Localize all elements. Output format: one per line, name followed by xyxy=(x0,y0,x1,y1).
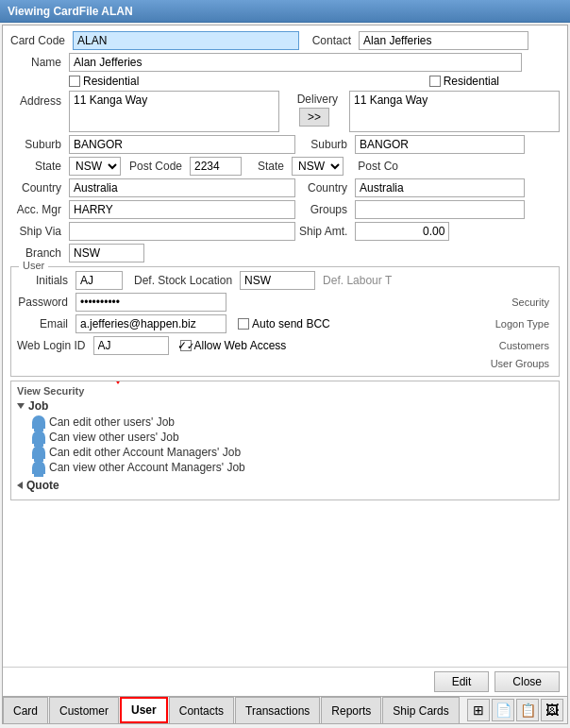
residential-left-label: Residential xyxy=(83,75,139,88)
web-login-row: Web Login ID ✓ Allow Web Access Customer… xyxy=(17,336,553,355)
user-groups-label: User Groups xyxy=(491,358,553,369)
list-item: Can view other users' Job xyxy=(17,430,553,445)
tab-ship-cards[interactable]: Ship Cards xyxy=(382,697,459,723)
tab-user[interactable]: User xyxy=(120,697,168,723)
tab-icon-1[interactable]: ⊞ xyxy=(467,699,490,721)
job-arrow-icon xyxy=(17,403,25,409)
postcode-right-label: Post Co xyxy=(347,160,402,173)
list-item: Can edit other Account Managers' Job xyxy=(17,445,553,460)
initials-input[interactable] xyxy=(75,271,123,290)
user-icon xyxy=(32,461,45,474)
branch-input[interactable] xyxy=(69,244,144,262)
suburb-row: Suburb Suburb xyxy=(10,135,560,154)
branch-label: Branch xyxy=(10,246,65,260)
delivery-button[interactable]: >> xyxy=(299,108,329,127)
password-input[interactable] xyxy=(75,293,226,312)
window-title: Viewing CardFile ALAN xyxy=(8,5,133,18)
job-group-header[interactable]: Job xyxy=(17,399,553,413)
security-label: Security xyxy=(511,296,553,308)
tab-transactions[interactable]: Transactions xyxy=(235,697,320,723)
password-row: Password Security xyxy=(17,293,553,312)
quote-group-header[interactable]: Quote xyxy=(17,479,553,492)
allow-web-checkbox[interactable]: ✓ xyxy=(180,340,192,351)
password-label: Password xyxy=(17,296,72,309)
residential-right-label: Residential xyxy=(444,75,499,88)
ship-amt-input[interactable] xyxy=(355,222,449,241)
address-row: Address 11 Kanga Way Delivery >> 11 Kang… xyxy=(10,91,560,132)
card-code-input[interactable] xyxy=(73,31,299,50)
auto-bcc-group: Auto send BCC xyxy=(238,317,330,330)
initials-label: Initials xyxy=(17,274,72,287)
email-row: Email Auto send BCC Logon Type xyxy=(17,314,553,333)
state-row: State NSW Post Code State NSW Post Co xyxy=(10,157,560,176)
name-input[interactable] xyxy=(69,53,522,72)
tab-card[interactable]: Card xyxy=(3,697,48,723)
ship-via-row: Ship Via Ship Amt. xyxy=(10,222,560,241)
residential-left-checkbox[interactable] xyxy=(69,76,80,87)
ship-amt-label: Ship Amt. xyxy=(299,225,351,238)
job-group-label: Job xyxy=(28,399,48,413)
suburb-input[interactable] xyxy=(69,135,295,154)
ship-via-input[interactable] xyxy=(69,222,295,241)
country-label: Country xyxy=(10,181,65,195)
tab-ship-cards-label: Ship Cards xyxy=(393,704,448,718)
user-icon xyxy=(32,446,45,459)
job-item-1: Can edit other users' Job xyxy=(49,415,175,429)
tab-reports[interactable]: Reports xyxy=(321,697,381,723)
web-login-input[interactable] xyxy=(93,336,169,355)
card-code-label: Card Code xyxy=(10,34,69,47)
user-groups-row: User Groups xyxy=(17,358,553,369)
auto-bcc-checkbox[interactable] xyxy=(238,318,249,330)
postcode-input[interactable] xyxy=(190,157,242,176)
state-right-select[interactable]: NSW xyxy=(292,157,344,176)
residential-right-group: Residential xyxy=(429,75,499,88)
def-stock-input[interactable] xyxy=(240,271,315,290)
postcode-label: Post Code xyxy=(125,160,186,173)
quote-group-label: Quote xyxy=(26,479,59,492)
tab-contacts[interactable]: Contacts xyxy=(169,697,234,723)
acc-mgr-label: Acc. Mgr xyxy=(10,203,65,216)
groups-input[interactable] xyxy=(355,200,525,219)
user-section-title: User xyxy=(19,260,48,271)
suburb-right-input[interactable] xyxy=(355,135,525,154)
state-select[interactable]: NSW xyxy=(69,157,121,176)
contact-input[interactable] xyxy=(359,31,528,50)
residential-row: Residential Residential xyxy=(10,75,560,88)
list-item: Can view other Account Managers' Job xyxy=(17,460,553,475)
groups-label: Groups xyxy=(299,203,351,216)
job-item-4: Can view other Account Managers' Job xyxy=(49,461,245,474)
initials-row: Initials Def. Stock Location Def. Labour… xyxy=(17,271,553,290)
list-item: Can edit other users' Job xyxy=(17,415,553,430)
email-input[interactable] xyxy=(75,314,226,333)
auto-bcc-label: Auto send BCC xyxy=(252,317,330,330)
country-right-input[interactable] xyxy=(355,178,525,197)
tab-icon-3[interactable]: 📋 xyxy=(516,699,539,721)
tab-card-label: Card xyxy=(13,704,38,718)
tab-icon-4[interactable]: 🖼 xyxy=(541,699,563,721)
state-right-label: State xyxy=(245,160,288,173)
def-labour-label: Def. Labour T xyxy=(319,274,404,287)
job-group: Job Can edit other users' Job Can view o… xyxy=(17,399,553,475)
state-label: State xyxy=(10,160,65,173)
user-icon xyxy=(32,415,45,429)
delivery-address-input[interactable]: 11 Kanga Way xyxy=(349,91,560,132)
address-input[interactable]: 11 Kanga Way xyxy=(69,91,279,132)
residential-right-checkbox[interactable] xyxy=(429,76,441,87)
tab-transactions-label: Transactions xyxy=(245,704,310,718)
allow-web-label: Allow Web Access xyxy=(194,339,287,352)
quote-arrow-icon xyxy=(17,482,23,489)
close-button[interactable]: Close xyxy=(495,671,560,692)
name-label: Name xyxy=(10,56,65,69)
tab-user-label: User xyxy=(131,703,157,717)
view-security-title: View Security xyxy=(17,385,553,397)
tab-bar: Card Customer User Contacts Transactions… xyxy=(3,696,567,723)
tab-customer[interactable]: Customer xyxy=(49,697,119,723)
country-input[interactable] xyxy=(69,178,295,197)
logon-type-label: Logon Type xyxy=(495,318,553,330)
tab-icon-2[interactable]: 📄 xyxy=(492,699,514,721)
quote-group: Quote xyxy=(17,479,553,492)
edit-button[interactable]: Edit xyxy=(434,671,490,692)
view-security-section: View Security Job Can edit other users' … xyxy=(10,381,560,500)
title-bar: Viewing CardFile ALAN xyxy=(0,0,570,23)
acc-mgr-input[interactable] xyxy=(69,200,295,219)
